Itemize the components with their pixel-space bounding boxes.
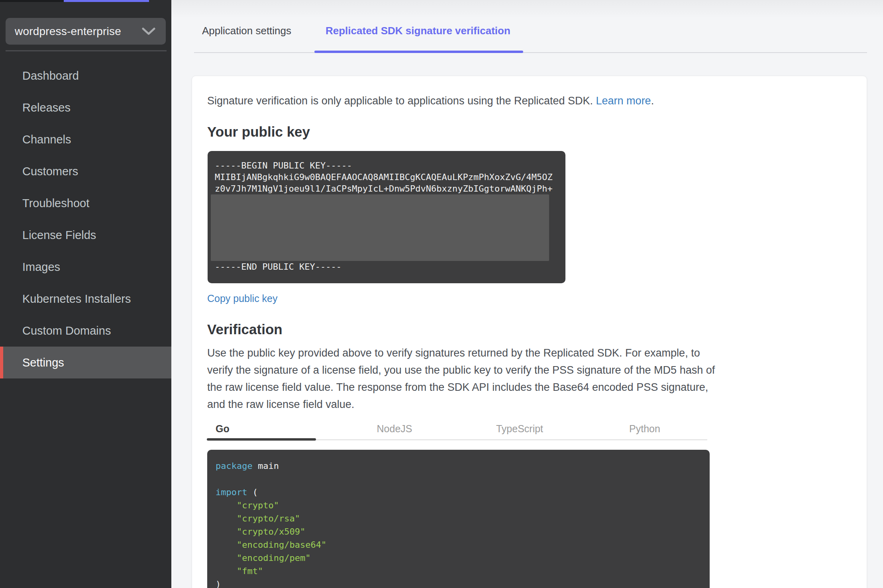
go-keyword: package — [216, 461, 253, 471]
code-line: ) — [216, 578, 701, 588]
code-line-blank — [216, 472, 701, 486]
chevron-down-icon — [142, 27, 155, 35]
sidebar: wordpress-enterprise Dashboard Releases … — [0, 0, 171, 588]
code-line: import ( — [216, 486, 701, 499]
tab-replicated-sdk-signature-verification[interactable]: Replicated SDK signature verification — [326, 25, 510, 37]
public-key-heading: Your public key — [207, 124, 310, 140]
go-code-block: package main import ( "crypto" "crypto/r… — [207, 450, 710, 588]
settings-tab-bar: Application settings Replicated SDK sign… — [171, 0, 883, 53]
go-import-string: "encoding/base64" — [216, 538, 701, 551]
sidebar-item-releases[interactable]: Releases — [0, 92, 171, 123]
go-import-string: "crypto/rsa" — [216, 512, 701, 525]
verification-description: Use the public key provided above to ver… — [207, 345, 715, 413]
pem-end-line: -----END PUBLIC KEY----- — [215, 261, 558, 272]
code-tab-typescript[interactable]: TypeScript — [457, 418, 582, 439]
go-keyword: import — [216, 487, 247, 497]
active-tab-indicator — [314, 51, 523, 53]
code-language-tab-bar: Go NodeJS TypeScript Python — [207, 418, 707, 440]
sidebar-item-settings[interactable]: Settings — [0, 347, 171, 378]
sidebar-item-customers[interactable]: Customers — [0, 155, 171, 187]
verification-heading: Verification — [207, 321, 283, 337]
go-import-string: "fmt" — [216, 564, 701, 578]
sidebar-nav: Dashboard Releases Channels Customers Tr… — [0, 60, 171, 378]
code-tab-python[interactable]: Python — [582, 418, 707, 439]
code-line: package main — [216, 459, 701, 472]
top-bar-dark-segment — [0, 0, 64, 2]
sidebar-item-kubernetes-installers[interactable]: Kubernetes Installers — [0, 283, 171, 315]
go-code-text: main — [253, 461, 279, 471]
copy-public-key-link[interactable]: Copy public key — [207, 293, 277, 304]
sidebar-item-dashboard[interactable]: Dashboard — [0, 60, 171, 92]
intro-text: Signature verification is only applicabl… — [207, 94, 725, 108]
app-selector-label: wordpress-enterprise — [15, 25, 121, 38]
code-tab-nodejs[interactable]: NodeJS — [332, 418, 457, 439]
main-content: Application settings Replicated SDK sign… — [171, 0, 883, 588]
top-bar-accent-segment — [64, 0, 149, 2]
sidebar-item-channels[interactable]: Channels — [0, 123, 171, 155]
sidebar-item-license-fields[interactable]: License Fields — [0, 219, 171, 251]
tab-bar-divider — [194, 52, 867, 53]
tab-application-settings[interactable]: Application settings — [202, 25, 291, 37]
app-selector-dropdown[interactable]: wordpress-enterprise — [6, 18, 166, 45]
public-key-code-block: -----BEGIN PUBLIC KEY----- MIIBIjANBgkqh… — [208, 151, 565, 283]
pem-key-line: MIIBIjANBgkqhkiG9w0BAQEFAAOCAQ8AMIIBCgKC… — [215, 171, 558, 183]
redacted-key-region — [211, 194, 549, 261]
top-bar — [0, 0, 883, 2]
code-tab-go[interactable]: Go — [207, 418, 332, 439]
pem-key-line: z0v7Jh7M1NgV1joeu9l1/IaCPsMpyIcL+Dnw5Pdv… — [215, 183, 558, 194]
active-code-tab-indicator — [207, 438, 316, 441]
intro-text-suffix: . — [651, 95, 654, 107]
go-import-string: "encoding/pem" — [216, 551, 701, 564]
intro-text-main: Signature verification is only applicabl… — [207, 95, 596, 107]
go-code-text: ( — [247, 487, 258, 497]
signature-verification-card: Signature verification is only applicabl… — [192, 76, 867, 588]
pem-begin-line: -----BEGIN PUBLIC KEY----- — [215, 160, 558, 171]
sidebar-item-custom-domains[interactable]: Custom Domains — [0, 315, 171, 347]
sidebar-item-images[interactable]: Images — [0, 251, 171, 283]
sidebar-divider — [6, 50, 167, 51]
learn-more-link[interactable]: Learn more — [596, 95, 651, 107]
sidebar-item-troubleshoot[interactable]: Troubleshoot — [0, 187, 171, 219]
go-import-string: "crypto" — [216, 499, 701, 512]
go-import-string: "crypto/x509" — [216, 525, 701, 538]
